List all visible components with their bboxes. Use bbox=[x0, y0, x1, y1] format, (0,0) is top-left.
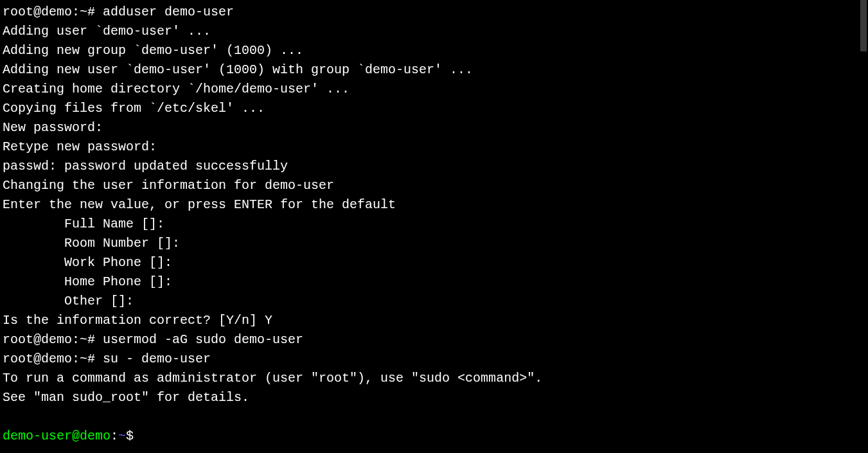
terminal-line: root@demo:~# usermod -aG sudo demo-user bbox=[3, 330, 865, 350]
terminal-prompt-line[interactable]: demo-user@demo:~$ bbox=[3, 427, 865, 446]
output-text: Room Number []: bbox=[3, 236, 180, 251]
scrollbar[interactable] bbox=[859, 0, 868, 453]
terminal-line: Is the information correct? [Y/n] Y bbox=[3, 311, 865, 330]
terminal-line: Room Number []: bbox=[3, 234, 865, 253]
terminal-line: root@demo:~# adduser demo-user bbox=[3, 3, 865, 22]
output-text: Copying files from `/etc/skel' ... bbox=[3, 101, 265, 116]
output-text: New password: bbox=[3, 120, 103, 135]
command-text: adduser demo-user bbox=[103, 4, 234, 19]
prompt-user-host: demo-user@demo bbox=[3, 429, 111, 443]
prompt-symbol: $ bbox=[126, 429, 134, 443]
output-text: Enter the new value, or press ENTER for … bbox=[3, 197, 396, 212]
prompt-text: root@demo:~# bbox=[3, 351, 103, 366]
terminal-output[interactable]: root@demo:~# adduser demo-userAdding use… bbox=[3, 3, 865, 446]
terminal-line: Retype new password: bbox=[3, 138, 865, 157]
terminal-line: Creating home directory `/home/demo-user… bbox=[3, 80, 865, 99]
command-text: usermod -aG sudo demo-user bbox=[103, 332, 303, 347]
terminal-line: To run a command as administrator (user … bbox=[3, 369, 865, 388]
terminal-line: Adding new group `demo-user' (1000) ... bbox=[3, 41, 865, 60]
terminal-line: See "man sudo_root" for details. bbox=[3, 388, 865, 407]
output-text: Retype new password: bbox=[3, 139, 157, 154]
terminal-line: Full Name []: bbox=[3, 215, 865, 234]
terminal-line: Adding user `demo-user' ... bbox=[3, 22, 865, 41]
output-text: Adding new group `demo-user' (1000) ... bbox=[3, 43, 303, 58]
terminal-line: root@demo:~# su - demo-user bbox=[3, 350, 865, 369]
terminal-line: Changing the user information for demo-u… bbox=[3, 176, 865, 195]
terminal-line: Other []: bbox=[3, 292, 865, 311]
output-text: Home Phone []: bbox=[3, 274, 172, 289]
output-text: Adding user `demo-user' ... bbox=[3, 24, 211, 39]
terminal-line: Work Phone []: bbox=[3, 253, 865, 272]
terminal-line: New password: bbox=[3, 118, 865, 138]
prompt-text: root@demo:~# bbox=[3, 4, 103, 19]
output-text: Adding new user `demo-user' (1000) with … bbox=[3, 62, 473, 77]
terminal-line: Home Phone []: bbox=[3, 272, 865, 292]
prompt-text: root@demo:~# bbox=[3, 332, 103, 347]
output-text: Is the information correct? [Y/n] Y bbox=[3, 313, 272, 328]
output-text: Other []: bbox=[3, 294, 134, 308]
output-text: Full Name []: bbox=[3, 217, 164, 231]
output-text: Work Phone []: bbox=[3, 255, 172, 270]
terminal-line: passwd: password updated successfully bbox=[3, 157, 865, 176]
prompt-separator: : bbox=[111, 429, 118, 443]
output-text: Changing the user information for demo-u… bbox=[3, 178, 334, 193]
output-text: Creating home directory `/home/demo-user… bbox=[3, 82, 350, 96]
terminal-line: Adding new user `demo-user' (1000) with … bbox=[3, 60, 865, 80]
prompt-path: ~ bbox=[118, 429, 126, 443]
terminal-line bbox=[3, 407, 865, 427]
scrollbar-thumb[interactable] bbox=[860, 0, 867, 51]
command-text: su - demo-user bbox=[103, 351, 211, 366]
terminal-line: Copying files from `/etc/skel' ... bbox=[3, 99, 865, 118]
terminal-line: Enter the new value, or press ENTER for … bbox=[3, 195, 865, 215]
output-text: passwd: password updated successfully bbox=[3, 159, 288, 173]
output-text: To run a command as administrator (user … bbox=[3, 371, 542, 386]
output-text: See "man sudo_root" for details. bbox=[3, 390, 249, 405]
